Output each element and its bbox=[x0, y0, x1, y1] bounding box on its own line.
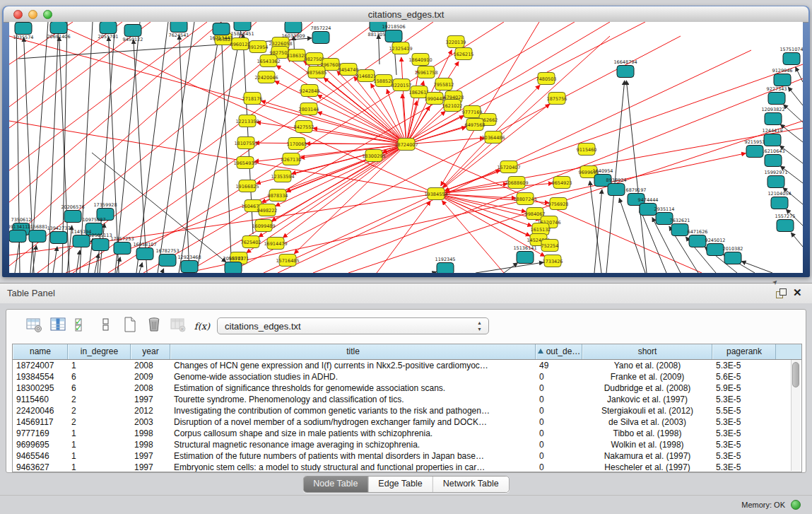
citation-edge[interactable] bbox=[134, 40, 147, 273]
network-node[interactable]: 9878334 bbox=[268, 189, 288, 201]
network-node[interactable]: 1170065 bbox=[287, 138, 307, 150]
select-rows-button[interactable]: ✓✓ bbox=[73, 316, 91, 336]
network-node[interactable]: 16914479 bbox=[264, 238, 287, 250]
network-node[interactable]: 3220139 bbox=[446, 36, 466, 48]
network-node[interactable]: 22420046 bbox=[254, 71, 278, 83]
network-node[interactable]: 1244419 bbox=[763, 128, 783, 146]
network-node[interactable]: 20691406 bbox=[47, 22, 70, 40]
citation-edge[interactable] bbox=[436, 183, 553, 194]
network-node[interactable]: 1733426 bbox=[543, 255, 563, 267]
table-row[interactable]: 1830029562008Estimation of significance … bbox=[13, 382, 801, 394]
network-node[interactable]: 16033809 bbox=[281, 22, 305, 39]
network-node[interactable]: 12213359 bbox=[235, 115, 259, 127]
network-node[interactable]: 1557275 bbox=[775, 214, 796, 232]
citation-edge[interactable] bbox=[222, 38, 232, 273]
delete-column-button[interactable]: ✕ bbox=[169, 316, 187, 336]
scrollbar-thumb[interactable] bbox=[792, 362, 799, 387]
network-node[interactable]: 9129946 bbox=[772, 68, 793, 86]
network-node[interactable]: 16753447 bbox=[209, 23, 233, 42]
network-node[interactable]: 18807243 bbox=[513, 193, 536, 205]
network-node[interactable]: 1035574 bbox=[13, 23, 34, 41]
network-node[interactable]: 752254 bbox=[541, 240, 559, 252]
citation-edge[interactable] bbox=[476, 262, 543, 273]
network-node[interactable]: 16099489 bbox=[252, 220, 275, 232]
column-header-title[interactable]: title bbox=[170, 344, 536, 359]
citation-edge[interactable] bbox=[433, 271, 437, 273]
citation-edge[interactable] bbox=[626, 81, 647, 273]
citation-edge[interactable] bbox=[196, 22, 242, 273]
network-node[interactable]: 18724007 bbox=[394, 139, 418, 151]
network-node[interactable]: 9654923 bbox=[552, 177, 572, 189]
table-row[interactable]: 1938455462009Genome-wide association stu… bbox=[13, 371, 801, 382]
table-row[interactable]: 969969511998Structural magnetic resonanc… bbox=[13, 439, 801, 450]
network-node[interactable]: 13942737 bbox=[47, 226, 70, 244]
network-node[interactable]: 19166825 bbox=[235, 180, 259, 192]
network-node[interactable]: 9227343 bbox=[767, 86, 787, 105]
network-node[interactable]: 12093822 bbox=[761, 107, 784, 125]
network-node[interactable]: 1621022 bbox=[442, 100, 463, 112]
network-node[interactable]: 16543362 bbox=[257, 55, 280, 67]
tab-network-table[interactable]: Network Table bbox=[433, 477, 509, 492]
network-node[interactable]: 9875685 bbox=[307, 66, 327, 78]
column-header-out_degree[interactable]: out_de… bbox=[536, 344, 582, 359]
column-header-in_degree[interactable]: in_degree bbox=[68, 344, 131, 359]
network-node[interactable]: 1875756 bbox=[547, 93, 567, 105]
network-node[interactable]: 16958107 bbox=[133, 242, 156, 260]
network-node[interactable]: 16961758 bbox=[414, 66, 437, 78]
network-node[interactable]: 8267130 bbox=[281, 153, 302, 165]
network-node[interactable]: 2718176 bbox=[242, 93, 263, 105]
citation-edge[interactable] bbox=[115, 22, 140, 273]
network-canvas[interactable]: 1872400719384554183002957963822896012889… bbox=[9, 22, 803, 273]
citation-edge[interactable] bbox=[283, 144, 406, 238]
network-node[interactable]: 2055701 bbox=[98, 22, 119, 40]
citation-edge[interactable] bbox=[406, 101, 417, 144]
column-header-year[interactable]: year bbox=[131, 344, 170, 359]
column-visibility-button[interactable] bbox=[49, 316, 67, 336]
network-node[interactable]: 12104054 bbox=[767, 191, 791, 209]
network-node[interactable]: 8938924 bbox=[606, 177, 627, 196]
network-node[interactable]: 1192345 bbox=[435, 257, 456, 273]
citation-edge[interactable] bbox=[788, 87, 803, 105]
float-panel-icon[interactable] bbox=[776, 288, 787, 298]
citation-edge[interactable] bbox=[377, 201, 430, 273]
tab-edge-table[interactable]: Edge Table bbox=[368, 477, 433, 492]
network-node[interactable]: 15751074 bbox=[779, 47, 803, 65]
tab-node-table[interactable]: Node Table bbox=[303, 477, 368, 492]
network-window-titlebar[interactable]: citations_edges.txt bbox=[4, 6, 808, 23]
citation-edge[interactable] bbox=[436, 170, 500, 194]
citation-edge[interactable] bbox=[784, 105, 803, 122]
citation-edge[interactable] bbox=[162, 269, 164, 273]
network-node[interactable]: 19654935 bbox=[233, 157, 257, 169]
table-row[interactable]: 977716911998Corpus callosum shape and si… bbox=[13, 428, 801, 439]
network-node[interactable]: 1626215 bbox=[454, 48, 474, 60]
network-node[interactable]: 18107553 bbox=[234, 137, 257, 149]
network-node[interactable]: 9215953 bbox=[745, 139, 765, 158]
column-header-pagerank[interactable]: pagerank bbox=[712, 344, 776, 359]
vertical-scrollbar[interactable] bbox=[791, 360, 801, 471]
network-node[interactable]: 15136141 bbox=[513, 245, 536, 264]
citation-edge[interactable] bbox=[9, 22, 221, 202]
citation-edge[interactable] bbox=[741, 262, 772, 273]
citation-edge[interactable] bbox=[179, 22, 221, 273]
delete-table-button[interactable] bbox=[145, 316, 163, 336]
function-builder-button[interactable]: f(x) bbox=[193, 316, 211, 336]
citation-edge[interactable] bbox=[780, 124, 803, 142]
network-node[interactable]: 7857224 bbox=[311, 25, 331, 44]
citation-edge[interactable] bbox=[143, 22, 575, 273]
close-panel-icon[interactable]: ✕ bbox=[793, 286, 802, 299]
network-node[interactable]: 15716485 bbox=[276, 255, 299, 267]
network-node[interactable]: 18300295 bbox=[362, 150, 385, 162]
citation-network-graph[interactable]: 1872400719384554183002957963822896012889… bbox=[9, 22, 803, 273]
citation-edge[interactable] bbox=[306, 144, 406, 144]
network-node[interactable]: 1615132 bbox=[531, 223, 551, 235]
network-node[interactable]: 19384554 bbox=[424, 188, 447, 200]
network-node[interactable]: 10688609 bbox=[505, 177, 528, 189]
table-row[interactable]: 946362711997Embryonic stem cells: a mode… bbox=[13, 462, 801, 472]
network-node[interactable]: 19218506 bbox=[382, 24, 405, 42]
network-node[interactable]: 2803144 bbox=[299, 103, 319, 115]
network-node[interactable]: 2010382 bbox=[723, 246, 743, 264]
row-height-button[interactable] bbox=[97, 316, 115, 336]
table-row[interactable]: 2242004622012Investigating the contribut… bbox=[13, 405, 801, 416]
network-node[interactable]: 12353594 bbox=[271, 170, 294, 182]
network-node[interactable]: 12325419 bbox=[389, 42, 412, 54]
